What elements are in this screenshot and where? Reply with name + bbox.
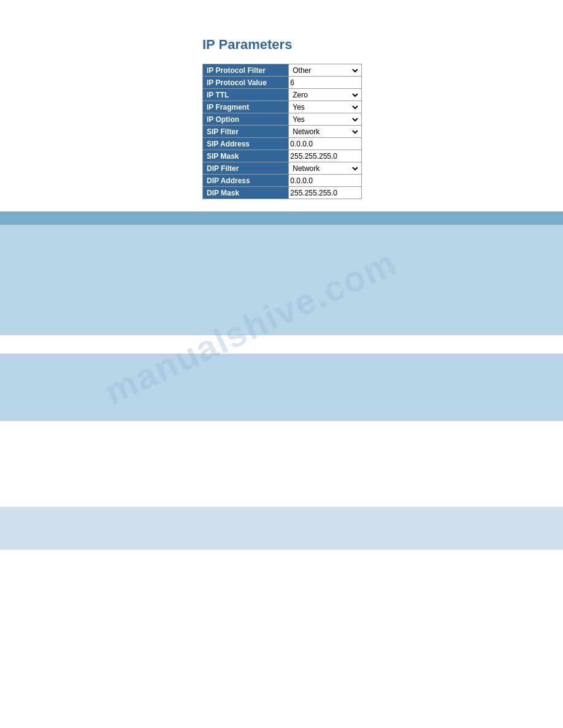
page-title: IP Parameters: [202, 37, 563, 53]
row-value[interactable]: YesNo: [289, 113, 362, 126]
row-label: IP TTL: [203, 89, 289, 101]
table-row: DIP Address: [203, 175, 362, 187]
input-sip-mask[interactable]: [290, 152, 360, 161]
content-area: IP Parameters IP Protocol FilterOtherTCP…: [202, 37, 563, 199]
row-value[interactable]: [289, 150, 362, 162]
select-ip-protocol-filter[interactable]: OtherTCPUDPICMP: [290, 66, 360, 75]
row-label: SIP Address: [203, 138, 289, 150]
row-label: IP Protocol Filter: [203, 64, 289, 77]
table-row: SIP Address: [203, 138, 362, 150]
page-container: IP Parameters IP Protocol FilterOtherTCP…: [0, 0, 563, 728]
table-row: DIP FilterNetworkHostAny: [203, 162, 362, 175]
row-value[interactable]: YesNo: [289, 101, 362, 113]
row-value[interactable]: NetworkHostAny: [289, 162, 362, 175]
row-value[interactable]: ZeroOneAny: [289, 89, 362, 101]
row-value[interactable]: [289, 187, 362, 199]
row-label: SIP Filter: [203, 126, 289, 138]
row-value[interactable]: [289, 175, 362, 187]
table-row: IP Protocol Value: [203, 77, 362, 89]
row-label: IP Fragment: [203, 101, 289, 113]
table-row: IP TTLZeroOneAny: [203, 89, 362, 101]
table-row: SIP FilterNetworkHostAny: [203, 126, 362, 138]
row-value[interactable]: OtherTCPUDPICMP: [289, 64, 362, 77]
input-dip-mask[interactable]: [290, 189, 360, 197]
row-value[interactable]: [289, 77, 362, 89]
table-row: IP FragmentYesNo: [203, 101, 362, 113]
blue-band-1: [0, 211, 563, 335]
blue-band-3: [0, 507, 563, 550]
table-row: DIP Mask: [203, 187, 362, 199]
select-sip-filter[interactable]: NetworkHostAny: [290, 127, 360, 137]
input-sip-address[interactable]: [290, 140, 360, 148]
input-dip-address[interactable]: [290, 176, 360, 185]
row-label: DIP Mask: [203, 187, 289, 199]
select-ip-fragment[interactable]: YesNo: [290, 102, 360, 112]
row-label: SIP Mask: [203, 150, 289, 162]
blue-band-2: [0, 354, 563, 421]
row-value[interactable]: [289, 138, 362, 150]
input-ip-protocol-value[interactable]: [290, 78, 360, 87]
row-label: DIP Filter: [203, 162, 289, 175]
row-label: DIP Address: [203, 175, 289, 187]
blue-band-body: [0, 225, 563, 335]
params-table: IP Protocol FilterOtherTCPUDPICMPIP Prot…: [202, 64, 362, 199]
row-label: IP Protocol Value: [203, 77, 289, 89]
select-ip-ttl[interactable]: ZeroOneAny: [290, 90, 360, 100]
table-row: IP Protocol FilterOtherTCPUDPICMP: [203, 64, 362, 77]
row-value[interactable]: NetworkHostAny: [289, 126, 362, 138]
row-label: IP Option: [203, 113, 289, 126]
table-row: IP OptionYesNo: [203, 113, 362, 126]
table-row: SIP Mask: [203, 150, 362, 162]
select-ip-option[interactable]: YesNo: [290, 115, 360, 124]
select-dip-filter[interactable]: NetworkHostAny: [290, 164, 360, 173]
blue-band-header: [0, 211, 563, 225]
